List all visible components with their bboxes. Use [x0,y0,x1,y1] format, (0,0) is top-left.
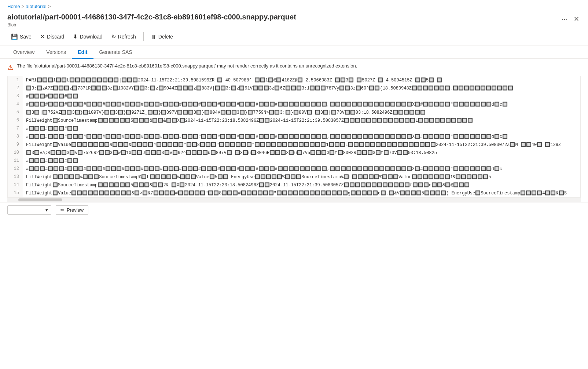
line-content[interactable]: FillWeight🔲SourceTimestamp🔲🔲🔲🔲🔲🔲5🔲🔲🔲&🔲🔲&… [23,117,580,125]
discard-button[interactable]: ✕ Discard [37,31,68,42]
encoding-dropdown[interactable]: ▾ [7,205,51,215]
encoding-chevron-icon: ▾ [45,207,48,213]
breadcrumb-tutorial[interactable]: aiotutorial [26,4,46,9]
line-number: 7 [8,125,23,133]
tabs: OverviewVersionsEditGenerate SAS [0,45,588,59]
refresh-button[interactable]: ↻ Refresh [108,31,140,42]
table-row: 7#🔲🔲🔲#🔲🔲🔲#🔲🔲 [8,125,580,133]
breadcrumb-home[interactable]: Home [7,4,20,9]
line-number: 3 [8,92,23,101]
line-number: 4 [8,101,23,109]
download-icon: ⬇ [73,33,78,40]
save-button[interactable]: 💾 Save [7,31,35,42]
line-number: 6 [8,117,23,125]
tab-edit[interactable]: Edit [72,45,93,59]
line-number: 2 [8,84,23,92]
close-button[interactable]: ✕ [572,14,581,25]
table-row: 5🔲3🔲|🔲752VZ🔲🔲3🔲}🔲1097V}🔲🔲3🔲}🔲9271Z_🔲🔲}🔲8… [8,109,580,117]
refresh-icon: ↻ [111,33,116,40]
table-row: 6FillWeight🔲SourceTimestamp🔲🔲🔲🔲🔲🔲5🔲🔲🔲&🔲🔲… [8,117,580,125]
warning-message: The file 'aiotutorial/part-00001-4468613… [17,63,357,69]
tab-generate-sas[interactable]: Generate SAS [93,45,138,59]
line-number: 1 [8,76,23,84]
delete-button[interactable]: 🗑 Delete [147,32,177,42]
line-number: 12 [8,165,23,173]
scrollbar-thumb[interactable] [18,198,62,201]
editor-container: 1PAR1🔲🔲🔲1🔲🔲L🔲🔲🔲🔲🔲🔲🔲🔲🔲|🔲🔲🔲2024-11-15T22:2… [7,76,581,198]
tab-versions[interactable]: Versions [40,45,72,59]
table-row: 13FillWeight🔲🔲🔲🔲🔲%🔲🔲🔲SourceTimestamp%🔲L🔲… [8,173,580,181]
page-title: aiotutorial/part-00001-44686130-347f-4c2… [7,12,296,22]
page-header-left: aiotutorial/part-00001-44686130-347f-4c2… [7,12,296,28]
scrollbar-area[interactable] [7,198,581,202]
preview-icon: ✏ [60,207,65,213]
line-content[interactable]: 🔲3🔲va;R🔲🔲🔲3🔲v🔲7526R2🔲🔲3🔲w🔲10🔲🔲J🔲🔲🔲3🔲v🔲92… [23,149,580,157]
save-label: Save [20,34,32,40]
line-content[interactable]: #🔲🔲🔲#🔲🔲🔲#🔲🔲 [23,92,580,101]
line-number: 14 [8,181,23,189]
download-button[interactable]: ⬇ Download [69,31,106,42]
warning-icon: ⚠ [7,63,13,72]
line-number: 9 [8,141,23,149]
delete-icon: 🗑 [151,34,157,40]
table-row: 1PAR1🔲🔲🔲1🔲🔲L🔲🔲🔲🔲🔲🔲🔲🔲🔲|🔲🔲🔲2024-11-15T22:2… [8,76,580,84]
line-content[interactable]: #🔲🔲🔲#🔲🔲🔲#🔲🔲 [23,157,580,165]
page-header: aiotutorial/part-00001-44686130-347f-4c2… [0,11,588,28]
table-row: 14FillWeight🔲SourceTimestamp🔲🔲🔲🔲🔲🔲5🔲🔲🔲&🔲… [8,181,580,189]
preview-label: Preview [67,207,84,213]
line-number: 5 [8,109,23,117]
line-number: 8 [8,133,23,141]
line-content[interactable]: #🔲🔲🔲#🔲🔲🔲#🔲🔲 [23,125,580,133]
table-row: 3#🔲🔲🔲#🔲🔲🔲#🔲🔲 [8,92,580,101]
line-number: 11 [8,157,23,165]
tab-overview[interactable]: Overview [7,45,40,59]
breadcrumb-sep2: > [48,4,51,9]
table-row: 10🔲3🔲va;R🔲🔲🔲3🔲v🔲7526R2🔲🔲3🔲w🔲10🔲🔲J🔲🔲🔲3🔲v🔲… [8,149,580,157]
refresh-label: Refresh [118,34,136,40]
editor-lines: 1PAR1🔲🔲🔲1🔲🔲L🔲🔲🔲🔲🔲🔲🔲🔲🔲|🔲🔲🔲2024-11-15T22:2… [8,76,580,197]
delete-label: Delete [158,34,173,40]
download-label: Download [80,34,102,40]
table-row: 2🔲3:🔲zA?Z🔲🔲🔲z🔲7371R🔲🔲🔲3z🔲1082VY🔲🔲3:🔲z🔲90… [8,84,580,92]
line-content[interactable]: FillWeight🔲Value🔲🔲🔲🔲🔲🔲🔲&🔲🔲🔲&🔲🔲🔲🔲#🔲🔲🔲🔲🔲"🔲… [23,141,580,149]
line-number: 10 [8,149,23,157]
line-content[interactable]: 🔲3:🔲zA?Z🔲🔲🔲z🔲7371R🔲🔲🔲3z🔲1082VY🔲🔲3:🔲z🔲904… [23,84,580,92]
toolbar-divider [143,32,144,41]
line-content[interactable]: PAR1🔲🔲🔲1🔲🔲L🔲🔲🔲🔲🔲🔲🔲🔲🔲|🔲🔲🔲2024-11-15T22:21… [23,76,580,84]
line-content[interactable]: FillWeight🔲Value🔲🔲🔲🔲🔲🔲🔲🔲🔲🔲🔲&🔲>🔲&7🔲🔲🔲🔲#🔲🔲… [23,189,580,197]
page-subtitle: Blob [7,22,296,28]
line-content[interactable]: FillWeight🔲SourceTimestamp🔲🔲🔲🔲🔲🔲5🔲🔲🔲&🔲🔲2… [23,181,580,189]
table-row: 9FillWeight🔲Value🔲🔲🔲🔲🔲🔲🔲&🔲🔲🔲&🔲🔲🔲🔲#🔲🔲🔲🔲🔲"… [8,141,580,149]
line-content[interactable]: FillWeight🔲🔲🔲🔲🔲%🔲🔲🔲SourceTimestamp%🔲L🔲🔲🔲… [23,173,580,181]
line-content[interactable]: 🔲3🔲|🔲752VZ🔲🔲3🔲}🔲1097V}🔲🔲3🔲}🔲9271Z_🔲🔲}🔲89… [23,109,580,117]
page-header-right: ⋯ ✕ [560,12,581,25]
discard-icon: ✕ [40,33,45,40]
table-row: 11#🔲🔲🔲#🔲🔲🔲#🔲🔲 [8,157,580,165]
toolbar: 💾 Save ✕ Discard ⬇ Download ↻ Refresh 🗑 … [0,28,588,45]
bottom-bar: ▾ ✏ Preview [0,202,588,218]
line-number: 13 [8,173,23,181]
table-row: 8#🔲🔲🔲#🔲🔲🔲#🔲🔲🔲#🔲🔲🔲#🔲🔲🔲#🔲🔲🔲#🔲🔲🔲#🔲🔲🔲#🔲🔲🔲#🔲🔲… [8,133,580,141]
preview-button[interactable]: ✏ Preview [56,205,88,215]
table-row: 12#🔲🔲🔲#🔲🔲🔲#🔲🔲🔲#🔲🔲🔲#🔲🔲🔲#🔲🔲🔲#🔲🔲🔲#🔲🔲🔲#🔲🔲🔲#🔲… [8,165,580,173]
more-options-button[interactable]: ⋯ [560,14,569,25]
line-content[interactable]: #🔲🔲🔲#🔲🔲🔲#🔲🔲🔲#🔲🔲🔲#🔲🔲🔲#🔲🔲🔲#🔲🔲🔲#🔲🔲🔲#🔲🔲🔲#🔲🔲🔲… [23,101,580,109]
breadcrumb-sep1: > [22,4,25,9]
table-row: 4#🔲🔲🔲#🔲🔲🔲#🔲🔲🔲#🔲🔲🔲#🔲🔲🔲#🔲🔲🔲#🔲🔲🔲#🔲🔲🔲#🔲🔲🔲#🔲🔲… [8,101,580,109]
save-icon: 💾 [11,33,18,40]
line-content[interactable]: #🔲🔲🔲#🔲🔲🔲#🔲🔲🔲#🔲🔲🔲#🔲🔲🔲#🔲🔲🔲#🔲🔲🔲#🔲🔲🔲#🔲🔲🔲#🔲🔲🔲… [23,165,580,173]
line-content[interactable]: #🔲🔲🔲#🔲🔲🔲#🔲🔲🔲#🔲🔲🔲#🔲🔲🔲#🔲🔲🔲#🔲🔲🔲#🔲🔲🔲#🔲🔲🔲#🔲🔲🔲… [23,133,580,141]
breadcrumb: Home > aiotutorial > [0,0,588,11]
warning-banner: ⚠ The file 'aiotutorial/part-00001-44686… [0,59,588,76]
line-number: 15 [8,189,23,197]
table-row: 15FillWeight🔲Value🔲🔲🔲🔲🔲🔲🔲🔲🔲🔲🔲&🔲>🔲&7🔲🔲🔲🔲#… [8,189,580,197]
discard-label: Discard [47,34,64,40]
